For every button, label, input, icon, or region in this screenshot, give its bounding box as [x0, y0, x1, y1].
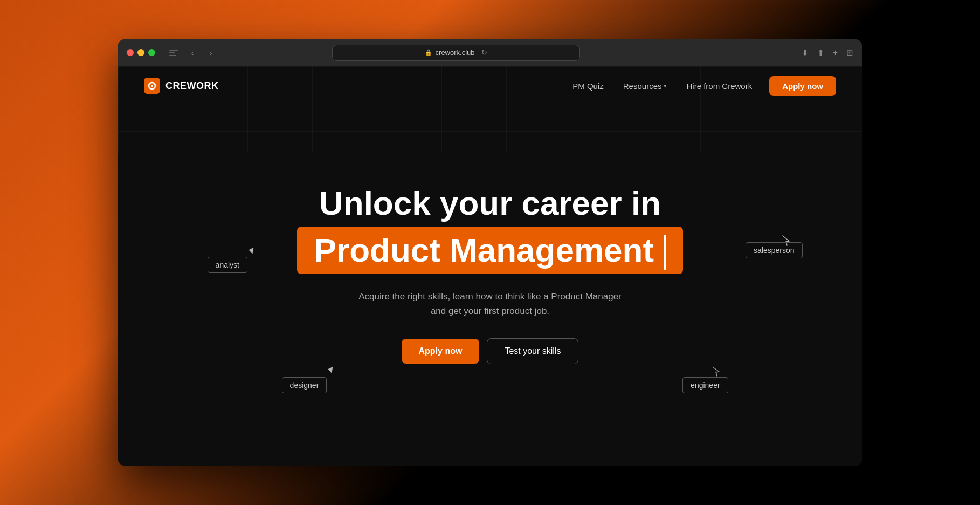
traffic-lights — [127, 49, 155, 56]
browser-window: ‹ › 🔒 crework.club ↻ ⬇ ⬆ + ⊞ — [118, 39, 862, 466]
hero-subtitle: Acquire the right skills, learn how to t… — [358, 289, 622, 318]
hero-cta-buttons: Apply now Test your skills — [402, 338, 579, 364]
reload-icon[interactable]: ↻ — [481, 49, 487, 57]
role-tag-designer: designer — [282, 377, 327, 393]
download-icon[interactable]: ⬇ — [802, 48, 809, 58]
chevron-down-icon: ▾ — [664, 83, 667, 90]
cursor-icon-designer — [324, 366, 334, 376]
new-tab-icon[interactable]: + — [833, 48, 838, 58]
lock-icon: 🔒 — [425, 49, 432, 56]
toolbar-right: ⬇ ⬆ + ⊞ — [802, 48, 853, 58]
share-icon[interactable]: ⬆ — [817, 48, 824, 58]
hero-apply-button[interactable]: Apply now — [402, 339, 480, 364]
nav-resources[interactable]: Resources ▾ — [623, 81, 667, 91]
close-button[interactable] — [127, 49, 134, 56]
site-logo[interactable]: CREWORK — [144, 78, 219, 94]
website-content: CREWORK PM Quiz Resources ▾ Hire from Cr… — [118, 66, 862, 466]
engineer-label: engineer — [691, 381, 720, 390]
hero-highlight-box: Product Management — [297, 227, 684, 275]
nav-arrows: ‹ › — [185, 46, 218, 60]
role-tag-salesperson: salesperson — [746, 242, 803, 258]
analyst-label: analyst — [216, 261, 239, 269]
svg-point-5 — [151, 85, 153, 87]
address-bar[interactable]: 🔒 crework.club ↻ — [332, 45, 580, 61]
site-navbar: CREWORK PM Quiz Resources ▾ Hire from Cr… — [118, 66, 862, 105]
role-tag-engineer: engineer — [682, 377, 728, 393]
nav-apply-button[interactable]: Apply now — [769, 76, 836, 96]
sidebar-toggle-icon[interactable] — [168, 47, 179, 58]
nav-links: PM Quiz Resources ▾ Hire from Crework — [572, 81, 752, 91]
hero-title: Unlock your career in — [319, 185, 661, 222]
cursor-icon-analyst — [245, 247, 254, 256]
back-button[interactable]: ‹ — [185, 46, 199, 60]
nav-pm-quiz[interactable]: PM Quiz — [572, 81, 604, 91]
svg-rect-2 — [169, 55, 176, 56]
designer-label: designer — [290, 381, 319, 390]
logo-text: CREWORK — [165, 80, 219, 92]
role-tag-analyst: analyst — [208, 257, 247, 273]
fullscreen-button[interactable] — [148, 49, 155, 56]
hero-section: analyst salesperson Unlock your career i… — [118, 105, 862, 466]
hero-test-button[interactable]: Test your skills — [487, 338, 578, 364]
minimize-button[interactable] — [137, 49, 144, 56]
nav-hire[interactable]: Hire from Crework — [686, 81, 752, 91]
svg-rect-1 — [169, 52, 175, 53]
tab-grid-icon[interactable]: ⊞ — [846, 48, 853, 58]
text-cursor — [664, 235, 666, 270]
svg-rect-0 — [169, 50, 178, 51]
forward-button[interactable]: › — [204, 46, 218, 60]
hero-highlight-text: Product Management — [314, 231, 654, 269]
crework-logo-icon — [144, 78, 160, 94]
salesperson-label: salesperson — [754, 246, 795, 255]
url-text: crework.club — [436, 49, 475, 57]
title-bar: ‹ › 🔒 crework.club ↻ ⬇ ⬆ + ⊞ — [118, 39, 862, 66]
